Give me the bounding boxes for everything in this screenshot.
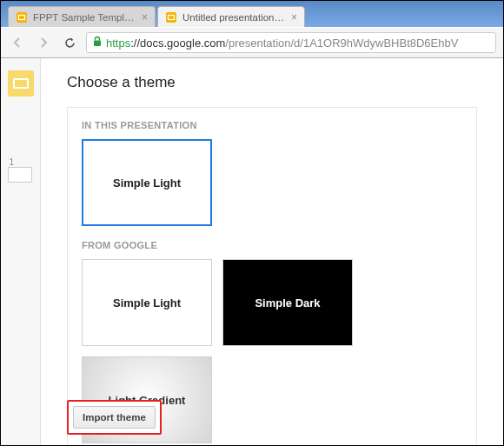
theme-name: Simple Light: [113, 176, 181, 190]
browser-tab[interactable]: FPPT Sample Template - G ×: [8, 6, 156, 27]
forward-button[interactable]: [34, 33, 53, 52]
theme-section-in-presentation: IN THIS PRESENTATION Simple Light FROM G…: [67, 107, 477, 446]
close-icon[interactable]: ×: [142, 11, 148, 23]
url-path: /presentation/d/1A1OR9hWdywBHBt8D6EhbV: [225, 37, 458, 50]
slide-preview: [8, 167, 32, 183]
slides-favicon: [16, 11, 28, 23]
slides-favicon: [165, 11, 177, 23]
section-label: FROM GOOGLE: [82, 240, 462, 250]
address-bar[interactable]: https://docs.google.com/presentation/d/1…: [86, 32, 496, 53]
left-rail: 1: [1, 58, 41, 446]
theme-simple-dark[interactable]: Simple Dark: [222, 259, 353, 346]
tab-title: Untitled presentation - Go: [182, 12, 286, 23]
url-text: https://docs.google.com/presentation/d/1…: [106, 37, 458, 50]
svg-rect-0: [17, 12, 27, 23]
close-icon[interactable]: ×: [291, 11, 297, 23]
tab-title: FPPT Sample Template - G: [33, 12, 136, 23]
tab-strip: FPPT Sample Template - G × Untitled pres…: [1, 1, 503, 27]
browser-toolbar: https://docs.google.com/presentation/d/1…: [1, 27, 503, 57]
reload-button[interactable]: [60, 33, 79, 52]
theme-name: Simple Light: [113, 296, 181, 310]
app-area: 1 Choose a theme IN THIS PRESENTATION Si…: [1, 58, 503, 446]
theme-simple-light[interactable]: Simple Light: [82, 139, 212, 226]
slides-logo[interactable]: [8, 70, 34, 97]
svg-rect-4: [94, 41, 101, 47]
browser-chrome: FPPT Sample Template - G × Untitled pres…: [1, 1, 503, 58]
slide-number: 1: [8, 157, 34, 167]
dialog-title: Choose a theme: [67, 74, 477, 91]
url-host: ://docs.google.com: [130, 37, 225, 50]
browser-tab[interactable]: Untitled presentation - Go ×: [157, 6, 305, 27]
theme-dialog: Choose a theme IN THIS PRESENTATION Simp…: [41, 74, 503, 446]
import-highlight: Import theme: [67, 400, 162, 435]
theme-simple-light[interactable]: Simple Light: [82, 259, 212, 346]
theme-grid: Simple Light: [82, 139, 462, 226]
import-theme-button[interactable]: Import theme: [73, 406, 156, 429]
section-label: IN THIS PRESENTATION: [82, 120, 462, 130]
lock-icon: [92, 36, 103, 50]
theme-name: Simple Dark: [255, 296, 320, 310]
back-button[interactable]: [8, 33, 27, 52]
slide-thumbnail[interactable]: 1: [8, 157, 34, 183]
svg-rect-2: [166, 12, 176, 23]
main-panel: Choose a theme IN THIS PRESENTATION Simp…: [41, 58, 503, 446]
url-scheme: https: [106, 37, 130, 50]
